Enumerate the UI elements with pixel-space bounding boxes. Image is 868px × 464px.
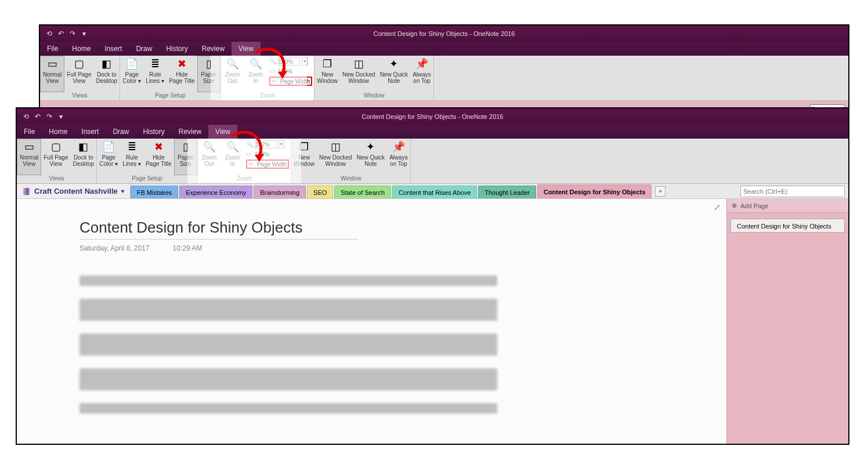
section-tab[interactable]: Experience Economy bbox=[179, 186, 252, 198]
redo-icon[interactable]: ↷ bbox=[45, 112, 54, 121]
dock-icon: ◧ bbox=[100, 57, 114, 71]
paper-size-button[interactable]: ▯ Paper Size bbox=[197, 56, 220, 92]
section-tab[interactable]: Brainstorming bbox=[254, 186, 306, 198]
always-on-top-button[interactable]: 📌 Always on Top bbox=[387, 139, 410, 175]
page-width-row[interactable]: ⇔ Page Width bbox=[246, 160, 290, 169]
zoom-in-icon: 🔍 bbox=[249, 57, 263, 71]
dock-to-desktop-button[interactable]: ◧ Dock to Desktop bbox=[93, 56, 120, 92]
notebook-name: Craft Content Nashville bbox=[34, 187, 118, 195]
blurred-text bbox=[79, 276, 497, 286]
add-page-button[interactable]: ⊕ Add Page bbox=[727, 199, 848, 213]
new-quick-note-icon: ✦ bbox=[387, 57, 401, 71]
page-width-row[interactable]: ⇔ Page Width bbox=[269, 77, 313, 86]
new-window-icon: ❐ bbox=[320, 57, 334, 71]
back-icon[interactable]: ⟲ bbox=[45, 29, 54, 38]
zoom-out-icon: 🔍 bbox=[226, 57, 240, 71]
zoom-value-input[interactable] bbox=[255, 140, 277, 148]
tab-insert[interactable]: Insert bbox=[74, 125, 106, 139]
add-section-button[interactable]: + bbox=[655, 186, 666, 197]
hide-page-title-button[interactable]: ✖ Hide Page Title bbox=[143, 139, 173, 175]
zoom-dropdown-icon[interactable]: ▾ bbox=[279, 140, 284, 148]
paper-size-button[interactable]: ▯ Paper Size bbox=[174, 139, 197, 175]
tab-draw[interactable]: Draw bbox=[106, 125, 136, 139]
redo-icon[interactable]: ↷ bbox=[68, 29, 77, 38]
group-zoom: 🔍 Zoom Out 🔍 Zoom In 🔍 ▾ ▭ 100% bbox=[221, 56, 315, 100]
menubar: File Home Insert Draw History Review Vie… bbox=[17, 125, 848, 139]
normal-view-button[interactable]: ▭ Normal View bbox=[17, 139, 41, 175]
section-tab[interactable]: Content that Rises Above bbox=[392, 186, 477, 198]
zoom-value-input[interactable] bbox=[278, 57, 300, 66]
normal-view-button[interactable]: ▭ Normal View bbox=[40, 56, 64, 92]
section-tab[interactable]: FB Mistakes bbox=[131, 186, 179, 198]
qat-dropdown-icon[interactable]: ▾ bbox=[56, 112, 66, 121]
page-canvas[interactable]: ⤢ Content Design for Shiny Objects Satur… bbox=[17, 199, 726, 444]
tab-view[interactable]: View bbox=[208, 125, 237, 139]
new-window-button[interactable]: ❐ New Window bbox=[291, 139, 317, 175]
zoom-out-button[interactable]: 🔍 Zoom Out bbox=[221, 56, 244, 92]
page-width-label: Page Width bbox=[257, 161, 287, 168]
group-zoom-caption: Zoom bbox=[198, 175, 291, 183]
new-docked-window-button[interactable]: ◫ New Docked Window bbox=[340, 56, 378, 92]
tab-view[interactable]: View bbox=[232, 42, 261, 56]
section-tab[interactable]: State of Search bbox=[334, 186, 391, 198]
page-small-icon: ▭ bbox=[246, 151, 253, 158]
rule-lines-button[interactable]: ≣ Rule Lines ▾ bbox=[143, 56, 167, 92]
full-page-view-icon: ▢ bbox=[49, 140, 63, 154]
search-input[interactable] bbox=[740, 186, 845, 197]
hide-page-title-button[interactable]: ✖ Hide Page Title bbox=[167, 56, 197, 92]
new-docked-window-button[interactable]: ◫ New Docked Window bbox=[317, 139, 355, 175]
window-title: Content Design for Shiny Objects - OneNo… bbox=[17, 113, 848, 120]
chevron-down-icon: ▾ bbox=[121, 188, 124, 194]
qat-dropdown-icon[interactable]: ▾ bbox=[79, 29, 89, 38]
page-color-icon: 📄 bbox=[102, 140, 115, 154]
rule-lines-button[interactable]: ≣ Rule Lines ▾ bbox=[120, 139, 143, 175]
tab-history[interactable]: History bbox=[159, 42, 194, 56]
rule-lines-icon: ≣ bbox=[125, 140, 139, 154]
hide-title-icon: ✖ bbox=[175, 57, 189, 71]
ribbon: ▭ Normal View ▢ Full Page View ◧ Dock to… bbox=[17, 139, 848, 184]
zoom-out-button[interactable]: 🔍 Zoom Out bbox=[198, 139, 221, 175]
tab-history[interactable]: History bbox=[136, 125, 171, 139]
group-zoom-caption: Zoom bbox=[221, 92, 314, 100]
tab-file[interactable]: File bbox=[17, 125, 42, 139]
notebook-icon bbox=[23, 187, 31, 195]
page-color-button[interactable]: 📄 Page Color ▾ bbox=[120, 56, 143, 92]
new-quick-note-button[interactable]: ✦ New Quick Note bbox=[355, 139, 387, 175]
dock-to-desktop-button[interactable]: ◧ Dock to Desktop bbox=[70, 139, 96, 175]
tab-home[interactable]: Home bbox=[65, 42, 97, 56]
full-page-view-button[interactable]: ▢ Full Page View bbox=[41, 139, 70, 175]
page-color-button[interactable]: 📄 Page Color ▾ bbox=[97, 139, 120, 175]
zoom-in-button[interactable]: 🔍 Zoom In bbox=[221, 139, 244, 175]
group-page-setup: 📄 Page Color ▾ ≣ Rule Lines ▾ ✖ Hide Pag… bbox=[120, 56, 220, 100]
tab-insert[interactable]: Insert bbox=[97, 42, 129, 56]
blurred-text bbox=[79, 334, 497, 356]
zoom-100-row[interactable]: ▭ 100% bbox=[246, 150, 290, 159]
dock-icon: ◧ bbox=[77, 140, 91, 154]
notebook-selector[interactable]: Craft Content Nashville ▾ bbox=[17, 184, 131, 198]
tab-draw[interactable]: Draw bbox=[129, 42, 159, 56]
page-meta: Saturday, April 8, 2017 10:29 AM bbox=[79, 244, 726, 252]
tab-file[interactable]: File bbox=[40, 42, 65, 56]
zoom-in-button[interactable]: 🔍 Zoom In bbox=[244, 56, 267, 92]
back-icon[interactable]: ⟲ bbox=[21, 112, 31, 121]
new-window-button[interactable]: ❐ New Window bbox=[314, 56, 340, 92]
undo-icon[interactable]: ↶ bbox=[56, 29, 66, 38]
expand-icon[interactable]: ⤢ bbox=[714, 202, 723, 212]
tab-review[interactable]: Review bbox=[172, 125, 208, 139]
section-tab[interactable]: SEO bbox=[307, 186, 333, 198]
section-tab[interactable]: Content Design for Shiny Objects bbox=[537, 184, 652, 198]
full-page-view-button[interactable]: ▢ Full Page View bbox=[64, 56, 93, 92]
page-title[interactable]: Content Design for Shiny Objects bbox=[79, 219, 726, 237]
zoom-dropdown-icon[interactable]: ▾ bbox=[302, 57, 308, 66]
section-tab[interactable]: Thought Leader bbox=[478, 186, 536, 198]
zoom-100-row[interactable]: ▭ 100% bbox=[269, 67, 313, 76]
tab-review[interactable]: Review bbox=[195, 42, 232, 56]
page-list-item[interactable]: Content Design for Shiny Objects bbox=[730, 219, 845, 233]
new-quick-note-button[interactable]: ✦ New Quick Note bbox=[378, 56, 410, 92]
page-width-label: Page Width bbox=[280, 78, 310, 85]
normal-view-icon: ▭ bbox=[22, 140, 36, 154]
titlebar: ⟲ ↶ ↷ ▾ Content Design for Shiny Objects… bbox=[17, 108, 848, 125]
undo-icon[interactable]: ↶ bbox=[33, 112, 42, 121]
tab-home[interactable]: Home bbox=[42, 125, 74, 139]
always-on-top-button[interactable]: 📌 Always on Top bbox=[410, 56, 433, 92]
